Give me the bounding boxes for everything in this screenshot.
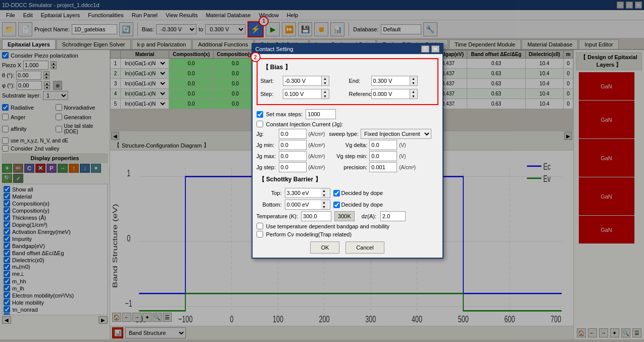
use-temp-dep-row: Use temperature dependent bandgap and mo… [257, 223, 438, 229]
constant-injection-cb[interactable] [257, 121, 263, 127]
schottky-top-up[interactable]: ▲ [321, 188, 328, 193]
jg-min-unit: (A/cm²) [309, 142, 325, 148]
dz-input[interactable] [380, 211, 406, 221]
bias-start-value[interactable] [283, 76, 321, 85]
bias-step-up[interactable]: ▲ [322, 89, 329, 94]
vg-step-min-unit: (V) [399, 154, 406, 159]
bias-grid: Start: ▲ ▼ End: [261, 76, 434, 99]
jg-min-label: Jg min: [257, 142, 277, 148]
jg-step-unit: (A/cm²) [309, 165, 325, 170]
schottky-top-btns: ▲ ▼ [321, 188, 328, 198]
schottky-bottom-decided-label: Decided by dope [341, 202, 383, 208]
vg-delta-label: Vg delta: [327, 142, 367, 148]
schottky-top-cb[interactable] [333, 190, 340, 197]
jg-min-input[interactable] [279, 140, 307, 150]
precision-input[interactable] [369, 162, 397, 172]
schottky-top-check: Decided by dope [333, 190, 383, 197]
schottky-top-row: Top: ▲ ▼ Decided by dope [257, 188, 438, 198]
bias-start-down[interactable]: ▼ [322, 81, 329, 85]
modal-btn-row: OK Cancel [257, 241, 438, 254]
jg-max-label: Jg max: [257, 153, 277, 159]
bias-ref-label: Reference: [349, 91, 369, 97]
use-temp-dep-label: Use temperature dependent bandgap and mo… [266, 223, 390, 229]
jg-step-row: Jg step: (A/cm²) precision: (A/cm²) [257, 162, 438, 172]
precision-label: precision: [327, 164, 367, 170]
bias-step-spin: ▲ ▼ [283, 89, 329, 99]
ok-button[interactable]: OK [310, 241, 339, 254]
bias-ref-spin: ▲ ▼ [371, 89, 418, 99]
bias-ref-value[interactable] [372, 89, 410, 99]
modal-overlay: Contact Setting ? ✕ 2 【 Bias 】 Start: [0, 0, 644, 342]
bias-section-title: 【 Bias 】 [261, 62, 434, 73]
schottky-top-down[interactable]: ▼ [321, 193, 328, 198]
perform-cv-cb[interactable] [257, 231, 263, 237]
vg-step-min-label: Vg step min: [327, 153, 367, 159]
bias-ref-up[interactable]: ▲ [410, 89, 417, 94]
schottky-bottom-cb[interactable] [333, 202, 340, 208]
bias-start-label: Start: [261, 78, 281, 84]
max-steps-cb[interactable] [257, 111, 263, 118]
modal-title: Contact Setting [256, 46, 293, 52]
bias-end-value[interactable] [372, 76, 410, 85]
schottky-top-value[interactable] [285, 188, 321, 198]
schottky-bottom-up[interactable]: ▲ [321, 200, 328, 205]
bias-end-spin: ▲ ▼ [371, 76, 418, 86]
jg-label: Jg: [257, 131, 277, 137]
perform-cv-label: Perform Cv modeling(Trap related) [266, 231, 352, 237]
schottky-bottom-check: Decided by dope [333, 202, 383, 208]
schottky-bottom-label: Bottom: [257, 202, 282, 208]
temperature-row: Temperature (K): 300K dz(A): [257, 211, 438, 221]
bias-start-up[interactable]: ▲ [322, 76, 329, 81]
max-steps-input[interactable] [306, 109, 336, 119]
schottky-bottom-value[interactable] [285, 200, 321, 209]
sweep-type-label: sweep type: [329, 131, 359, 137]
bias-section-wrapper: 2 【 Bias 】 Start: ▲ ▼ [257, 58, 438, 105]
jg-min-row: Jg min: (A/cm²) Vg delta: (V) [257, 140, 438, 150]
use-temp-dep-cb[interactable] [257, 223, 263, 229]
modal-content: 2 【 Bias 】 Start: ▲ ▼ [253, 54, 442, 258]
contact-setting-modal: Contact Setting ? ✕ 2 【 Bias 】 Start: [252, 43, 443, 259]
perform-cv-row: Perform Cv modeling(Trap related) [257, 231, 438, 237]
bias-end-label: End: [349, 78, 369, 84]
jg-unit: (A/cm²) [309, 131, 325, 137]
schottky-top-label: Top: [257, 190, 282, 196]
bias-end-field: End: ▲ ▼ [349, 76, 434, 86]
jg-step-input[interactable] [279, 162, 307, 172]
jg-max-input[interactable] [279, 151, 307, 161]
schottky-bottom-spin: ▲ ▼ [285, 200, 330, 210]
bias-start-spin-btns: ▲ ▼ [321, 76, 329, 85]
vg-step-min-input[interactable] [369, 151, 397, 161]
schottky-top-decided-label: Decided by dope [341, 190, 383, 196]
bias-end-down[interactable]: ▼ [410, 81, 417, 85]
schottky-section-title: 【 Schottky Barrier 】 [257, 174, 438, 185]
vg-delta-unit: (V) [399, 142, 406, 148]
temperature-input[interactable] [301, 211, 331, 221]
modal-close-btn[interactable]: ✕ [431, 45, 439, 53]
bias-ref-spin-btns: ▲ ▼ [410, 89, 417, 99]
bias-ref-down[interactable]: ▼ [410, 94, 417, 99]
schottky-bottom-down[interactable]: ▼ [321, 205, 328, 209]
bias-step-field: Step: ▲ ▼ [261, 89, 346, 99]
bias-step-value[interactable] [283, 89, 321, 99]
sweep-type-select[interactable]: Fixed Injection Current [361, 129, 431, 139]
bias-ref-field: Reference: ▲ ▼ [349, 89, 434, 99]
max-steps-label: Set max steps: [266, 111, 303, 117]
temperature-label: Temperature (K): [257, 213, 299, 219]
cancel-button[interactable]: Cancel [345, 241, 384, 254]
jg-max-row: Jg max: (A/cm²) Vg step min: (V) [257, 151, 438, 161]
schottky-bottom-row: Bottom: ▲ ▼ Decided by dope [257, 200, 438, 210]
jg-input[interactable] [279, 129, 307, 139]
modal-help-btn[interactable]: ? [421, 45, 429, 53]
schottky-top-spin: ▲ ▼ [285, 188, 330, 198]
constant-injection-label: Constant Injection Current (Jg): [266, 121, 343, 127]
temperature-300k-btn[interactable]: 300K [334, 211, 355, 221]
jg-max-unit: (A/cm²) [309, 154, 325, 159]
bias-section: 【 Bias 】 Start: ▲ ▼ [257, 58, 438, 105]
bias-end-up[interactable]: ▲ [410, 76, 417, 81]
bias-step-down[interactable]: ▼ [322, 94, 329, 99]
vg-delta-input[interactable] [369, 140, 397, 150]
schottky-bottom-btns: ▲ ▼ [321, 200, 328, 209]
bias-step-label: Step: [261, 91, 281, 97]
constant-injection-row: Constant Injection Current (Jg): [257, 121, 438, 127]
bias-end-spin-btns: ▲ ▼ [410, 76, 417, 85]
